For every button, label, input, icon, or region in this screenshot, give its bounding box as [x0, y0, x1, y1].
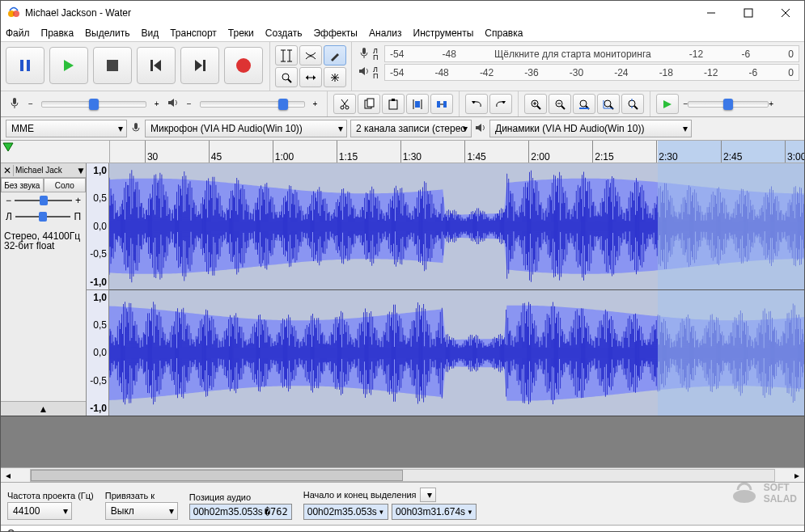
menu-select[interactable]: Выделить [85, 27, 129, 39]
menubar: Файл Правка Выделить Вид Транспорт Треки… [1, 25, 804, 41]
minimize-button[interactable] [693, 1, 730, 25]
combo-value: MME [11, 123, 34, 134]
play-button[interactable] [49, 47, 88, 84]
mic-meter-icon[interactable] [358, 47, 370, 61]
zoom-tool[interactable] [275, 67, 298, 87]
track-close-button[interactable]: ✕ [1, 165, 14, 176]
playhead-icon[interactable] [2, 142, 14, 154]
menu-file[interactable]: Файл [6, 27, 30, 39]
audio-position-field[interactable]: 00h02m35.053s�762 [189, 504, 292, 520]
record-device-combo[interactable]: Микрофон (VIA HD Audio(Win 10))▾ [145, 120, 347, 137]
scroll-left-button[interactable]: ◂ [1, 470, 15, 481]
menu-effects[interactable]: Эффекты [313, 27, 358, 39]
svg-rect-10 [150, 60, 153, 71]
record-volume-slider[interactable] [41, 101, 146, 108]
mic-icon [9, 97, 20, 111]
meter-tick: -30 [570, 67, 583, 78]
selection-end-field[interactable]: 00h03m31.674s▾ [392, 504, 477, 520]
skip-start-button[interactable] [137, 47, 176, 84]
close-button[interactable] [767, 1, 804, 25]
meter-tick: -54 [390, 49, 404, 60]
menu-transport[interactable]: Транспорт [170, 27, 217, 39]
svg-marker-24 [306, 75, 308, 80]
meter-tick: -6 [749, 67, 758, 78]
meter-tick: -24 [614, 67, 628, 78]
playback-volume-slider[interactable] [200, 101, 305, 108]
zoom-out-button[interactable] [549, 94, 571, 114]
redo-button[interactable] [489, 94, 512, 114]
tick-label: 45 [211, 151, 222, 163]
trim-button[interactable] [406, 94, 429, 114]
menu-tools[interactable]: Инструменты [413, 27, 474, 39]
speaker-meter-icon[interactable] [358, 65, 370, 79]
selection-tool[interactable] [275, 45, 298, 65]
cut-button[interactable] [333, 94, 356, 114]
svg-marker-71 [3, 143, 13, 151]
draw-tool[interactable] [324, 45, 346, 65]
svg-point-21 [282, 74, 289, 80]
audio-host-combo[interactable]: MME▾ [6, 120, 127, 137]
undo-button[interactable] [465, 94, 488, 114]
meter-lr-label: ЛП [373, 66, 381, 79]
menu-edit[interactable]: Правка [41, 27, 74, 39]
zoom-toggle-button[interactable] [621, 94, 644, 114]
snap-combo[interactable]: Выкл▾ [105, 502, 178, 520]
chevron-down-icon: ▾ [427, 489, 432, 500]
meter-tick: -48 [443, 49, 456, 60]
playback-device-combo[interactable]: Динамики (VIA HD Audio(Win 10))▾ [489, 120, 692, 137]
menu-generate[interactable]: Создать [265, 27, 303, 39]
track-collapse-button[interactable]: ▲ [1, 401, 86, 416]
record-button[interactable] [224, 47, 263, 84]
menu-analyze[interactable]: Анализ [369, 27, 402, 39]
menu-view[interactable]: Вид [141, 27, 159, 39]
playback-meter[interactable]: -54 -48 -42 -36 -30 -24 -18 -12 -6 0 [384, 64, 799, 81]
record-meter[interactable]: -54 -48 Щёлкните для старта мониторинга … [384, 45, 799, 62]
selection-start-field[interactable]: 00h02m35.053s▾ [303, 504, 388, 520]
paste-button[interactable] [382, 94, 405, 114]
waveform-right[interactable] [109, 290, 804, 416]
selection-mode-combo[interactable]: ▾ [420, 488, 436, 502]
envelope-tool[interactable] [299, 45, 322, 65]
meter-tick: -6 [741, 49, 750, 60]
silence-button[interactable] [430, 94, 453, 114]
stop-button[interactable] [93, 47, 132, 84]
svg-rect-9 [107, 60, 118, 71]
chevron-down-icon: ▾ [118, 123, 123, 134]
chevron-down-icon: ▾ [169, 505, 174, 517]
horizontal-scrollbar[interactable]: ◂ ▸ [1, 467, 804, 482]
waveform-left[interactable] [109, 163, 804, 290]
track-name[interactable]: Michael Jack [14, 166, 76, 175]
svg-marker-20 [331, 53, 339, 61]
maximize-button[interactable] [730, 1, 767, 25]
status-bar: Остановлено. [1, 525, 804, 532]
menu-help[interactable]: Справка [485, 27, 523, 39]
playback-speed-slider[interactable] [688, 101, 769, 108]
fit-project-button[interactable] [597, 94, 620, 114]
menu-tracks[interactable]: Треки [228, 27, 254, 39]
track-menu-button[interactable]: ▼ [76, 165, 86, 176]
tick-label: 1:15 [339, 151, 358, 163]
tick-label: 2:00 [531, 151, 549, 163]
solo-button[interactable]: Соло [44, 178, 87, 192]
svg-rect-30 [362, 48, 366, 54]
pan-slider[interactable]: ЛП [1, 209, 86, 225]
tick-label: 1:30 [403, 151, 422, 163]
window-title: Michael Jackson - Water [25, 7, 693, 19]
empty-track-area[interactable] [1, 416, 804, 467]
scroll-right-button[interactable]: ▸ [790, 470, 804, 481]
mute-button[interactable]: Без звука [1, 178, 44, 192]
timeshift-tool[interactable] [299, 67, 322, 87]
status-text: Остановлено. [7, 528, 70, 533]
skip-end-button[interactable] [180, 47, 219, 84]
zoom-in-button[interactable] [524, 94, 547, 114]
record-channels-combo[interactable]: 2 канала записи (стерео)▾ [350, 120, 472, 137]
timeline-ruler[interactable]: 30 45 1:00 1:15 1:30 1:45 2:00 2:15 2:30… [1, 141, 804, 163]
play-at-speed-button[interactable] [656, 94, 679, 114]
copy-button[interactable] [358, 94, 380, 114]
project-rate-combo[interactable]: 44100▾ [7, 502, 72, 520]
fit-selection-button[interactable] [573, 94, 595, 114]
pause-button[interactable] [6, 47, 44, 84]
svg-rect-6 [20, 60, 23, 71]
gain-slider[interactable]: −+ [1, 192, 86, 209]
multi-tool[interactable] [324, 67, 346, 87]
